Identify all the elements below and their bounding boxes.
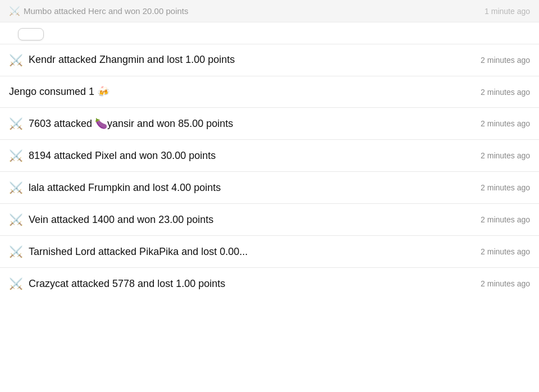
activity-time: 2 minutes ago	[481, 279, 530, 288]
activity-text: Kendr attacked Zhangmin and lost 1.00 po…	[29, 53, 235, 66]
activity-text: Tarnished Lord attacked PikaPika and los…	[29, 245, 248, 258]
top-banner-time: 1 minute ago	[485, 7, 530, 16]
sword-icon: ⚔️	[9, 149, 23, 162]
top-banner-text: ⚔️Mumbo attacked Herc and won 20.00 poin…	[9, 6, 189, 16]
sword-icon: ⚔️	[9, 277, 23, 290]
activity-text: 7603 attacked 🍆yansir and won 85.00 poin…	[29, 117, 233, 130]
activity-content: ⚔️Kendr attacked Zhangmin and lost 1.00 …	[9, 53, 472, 67]
activity-content: ⚔️Tarnished Lord attacked PikaPika and l…	[9, 245, 472, 258]
activity-item: Jengo consumed 1 🍻2 minutes ago	[0, 76, 539, 108]
sword-icon: ⚔️	[9, 53, 23, 67]
activity-item: ⚔️Kendr attacked Zhangmin and lost 1.00 …	[0, 44, 539, 76]
activity-time: 2 minutes ago	[481, 247, 530, 256]
activity-time: 2 minutes ago	[481, 215, 530, 224]
activity-content: ⚔️Crazycat attacked 5778 and lost 1.00 p…	[9, 277, 472, 290]
activity-text: 8194 attacked Pixel and won 30.00 points	[29, 149, 216, 162]
activity-item: ⚔️Tarnished Lord attacked PikaPika and l…	[0, 236, 539, 268]
activity-content: ⚔️7603 attacked 🍆yansir and won 85.00 po…	[9, 117, 472, 130]
activity-item: ⚔️7603 attacked 🍆yansir and won 85.00 po…	[0, 108, 539, 140]
activity-item: ⚔️Crazycat attacked 5778 and lost 1.00 p…	[0, 268, 539, 299]
my-activity-button[interactable]	[18, 28, 44, 40]
activity-time: 2 minutes ago	[481, 56, 530, 65]
sword-icon: ⚔️	[9, 181, 23, 194]
sword-icon: ⚔️	[9, 213, 23, 226]
activity-text: lala attacked Frumpkin and lost 4.00 poi…	[29, 181, 221, 194]
activity-time: 2 minutes ago	[481, 88, 530, 97]
activity-list: ⚔️Kendr attacked Zhangmin and lost 1.00 …	[0, 44, 539, 299]
top-banner: ⚔️Mumbo attacked Herc and won 20.00 poin…	[0, 0, 539, 22]
sword-icon: ⚔️	[9, 245, 23, 258]
activity-text: Crazycat attacked 5778 and lost 1.00 poi…	[29, 277, 225, 290]
activity-time: 2 minutes ago	[481, 183, 530, 192]
activity-content: ⚔️lala attacked Frumpkin and lost 4.00 p…	[9, 181, 472, 194]
activity-item: ⚔️8194 attacked Pixel and won 30.00 poin…	[0, 140, 539, 172]
activity-item: ⚔️Vein attacked 1400 and won 23.00 point…	[0, 204, 539, 236]
header-row	[0, 22, 539, 44]
activity-text: Jengo consumed 1 🍻	[9, 85, 109, 98]
sword-icon: ⚔️	[9, 117, 23, 130]
activity-time: 2 minutes ago	[481, 151, 530, 160]
activity-content: ⚔️Vein attacked 1400 and won 23.00 point…	[9, 213, 472, 226]
activity-text: Vein attacked 1400 and won 23.00 points	[29, 213, 213, 226]
activity-content: Jengo consumed 1 🍻	[9, 85, 472, 98]
activity-item: ⚔️lala attacked Frumpkin and lost 4.00 p…	[0, 172, 539, 204]
activity-content: ⚔️8194 attacked Pixel and won 30.00 poin…	[9, 149, 472, 162]
activity-time: 2 minutes ago	[481, 119, 530, 128]
